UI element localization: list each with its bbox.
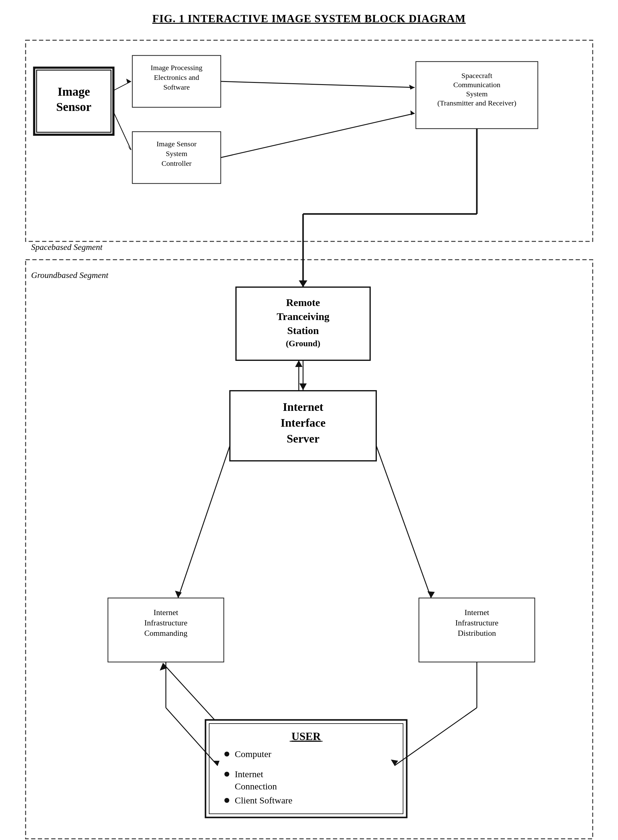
svg-marker-7 xyxy=(126,79,131,83)
iis-text1: Internet xyxy=(283,401,323,413)
remote-text2: Tranceiving xyxy=(276,311,329,322)
user-item2: Internet xyxy=(235,769,263,779)
svg-marker-11 xyxy=(409,85,414,90)
spacecraft-text1: Spacecraft xyxy=(461,72,492,80)
svg-marker-39 xyxy=(391,760,398,766)
img-ctrl-text3: Controller xyxy=(161,159,192,167)
svg-line-8 xyxy=(113,112,131,150)
img-ctrl-text1: Image Sensor xyxy=(156,140,196,148)
bullet1 xyxy=(224,752,229,757)
user-item1: Computer xyxy=(235,749,271,759)
img-ctrl-text2: System xyxy=(166,150,187,157)
user-title: USER xyxy=(291,730,321,742)
dist-text2: Infrastructure xyxy=(455,619,498,627)
svg-marker-18 xyxy=(299,280,308,287)
remote-text1: Remote xyxy=(286,297,320,308)
cmd-text2: Infrastructure xyxy=(144,619,187,627)
dist-text3: Distribution xyxy=(458,629,496,638)
svg-line-35 xyxy=(166,708,218,766)
svg-rect-4 xyxy=(132,132,221,184)
image-sensor-text: Image xyxy=(57,85,90,98)
block-diagram-svg: Spacebased Segment Image Sensor Image Pr… xyxy=(22,37,596,840)
spacecraft-text2: Communication xyxy=(453,81,500,89)
svg-marker-26 xyxy=(175,591,182,598)
cmd-text3: Commanding xyxy=(144,629,187,638)
svg-rect-3 xyxy=(132,55,221,107)
svg-line-12 xyxy=(221,113,414,157)
remote-text3: Station xyxy=(287,325,319,336)
img-proc-text3: Software xyxy=(163,83,190,91)
groundbased-label: Groundbased Segment xyxy=(31,270,108,280)
user-item2b: Connection xyxy=(235,781,277,791)
svg-line-25 xyxy=(178,445,230,598)
img-proc-text1: Image Processing xyxy=(151,64,202,72)
user-item3: Client Software xyxy=(235,795,293,805)
spacebased-label: Spacebased Segment xyxy=(31,242,103,252)
svg-line-10 xyxy=(221,82,414,88)
svg-line-40 xyxy=(163,663,215,720)
dist-text1: Internet xyxy=(464,608,489,617)
main-diagram: Spacebased Segment Image Sensor Image Pr… xyxy=(22,37,596,840)
iis-text3: Server xyxy=(287,432,319,445)
img-proc-text2: Electronics and xyxy=(154,73,199,82)
bullet2 xyxy=(224,772,229,776)
svg-marker-13 xyxy=(410,110,414,115)
svg-marker-28 xyxy=(428,591,435,598)
svg-line-27 xyxy=(376,445,431,598)
remote-text4: (Ground) xyxy=(286,338,320,348)
svg-marker-36 xyxy=(213,761,220,766)
page-title: FIG. 1 INTERACTIVE IMAGE SYSTEM BLOCK DI… xyxy=(18,12,600,25)
svg-marker-21 xyxy=(299,383,307,390)
iis-text2: Interface xyxy=(281,416,325,429)
spacecraft-text4: (Transmitter and Receiver) xyxy=(437,99,516,107)
bullet3 xyxy=(224,798,229,803)
svg-marker-23 xyxy=(295,360,302,367)
cmd-text1: Internet xyxy=(153,608,178,617)
spacecraft-text3: System xyxy=(466,90,487,98)
image-sensor-text2: Sensor xyxy=(56,100,91,114)
